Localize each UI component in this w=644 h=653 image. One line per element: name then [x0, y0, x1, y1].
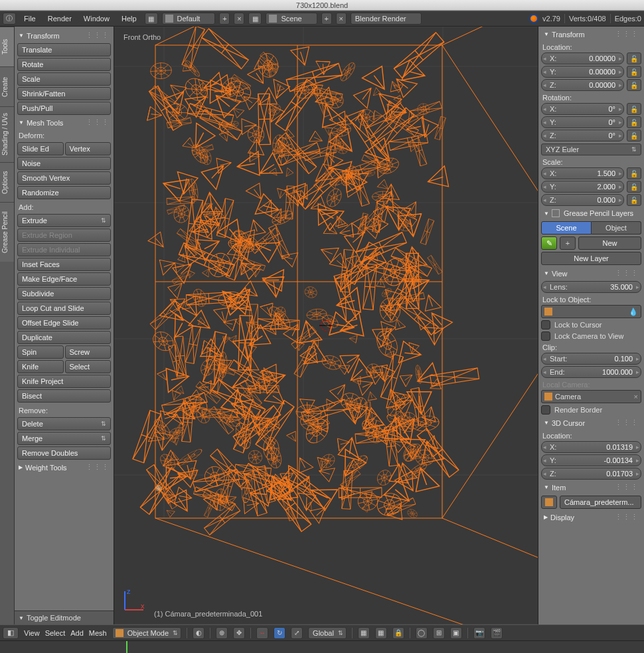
gp-add-icon[interactable]: + [560, 236, 576, 250]
randomize-button[interactable]: Randomize [17, 186, 111, 199]
vtab-tools[interactable]: Tools [0, 27, 14, 66]
local-camera-field[interactable]: Camera× [541, 390, 641, 403]
clip-end-field[interactable]: End:1000.000 [541, 366, 641, 378]
vtab-create[interactable]: Create [0, 66, 14, 106]
scale-x-field[interactable]: X:1.500 [541, 167, 624, 179]
layers-icon[interactable]: ▦ [358, 627, 370, 639]
smooth-vertex-button[interactable]: Smooth Vertex [17, 171, 111, 185]
push-pull-button[interactable]: Push/Pull [17, 102, 111, 115]
snap-element-icon[interactable]: ⊞ [433, 627, 445, 639]
transform-orientation-dropdown[interactable]: Global [308, 627, 347, 639]
timeline-playhead[interactable] [126, 641, 127, 653]
rotate-button[interactable]: Rotate [17, 58, 111, 71]
vtab-shading-uvs[interactable]: Shading / UVs [0, 106, 14, 162]
panel-view[interactable]: ▼View⋮⋮⋮ [541, 267, 641, 280]
panel-item[interactable]: ▼Item⋮⋮⋮ [541, 481, 641, 494]
panel-transform-n[interactable]: ▼Transform⋮⋮⋮ [541, 28, 641, 41]
inset-faces-button[interactable]: Inset Faces [17, 258, 111, 271]
rot-x-field[interactable]: X:0° [541, 103, 624, 115]
make-edge-face-button[interactable]: Make Edge/Face [17, 272, 111, 286]
knife-select-button[interactable]: Select [65, 360, 112, 373]
slide-vertex-button[interactable]: Vertex [65, 142, 112, 155]
loc-x-lock-icon[interactable]: 🔓 [627, 52, 641, 64]
scene-dropdown[interactable]: Scene [266, 13, 317, 25]
operator-panel-header[interactable]: ▼Toggle Editmode [15, 610, 114, 624]
manipulator-translate-icon[interactable]: ↔ [256, 627, 268, 639]
extrude-region-button[interactable]: Extrude Region [17, 229, 111, 242]
layers-2-icon[interactable]: ▦ [375, 627, 387, 639]
pivot-point-icon[interactable]: ⊕ [216, 627, 228, 639]
lens-field[interactable]: Lens:35.000 [541, 281, 641, 293]
bisect-button[interactable]: Bisect [17, 389, 111, 403]
viewport-shading-icon[interactable]: ◐ [193, 627, 204, 639]
loc-x-field[interactable]: X:0.00000 [541, 52, 624, 64]
panel-grease-pencil[interactable]: ▼Grease Pencil Layers [541, 207, 641, 219]
vtab-options[interactable]: Options [0, 162, 14, 202]
scene-remove-button[interactable]: × [336, 13, 347, 25]
vh-menu-mesh[interactable]: Mesh [89, 629, 107, 637]
scale-x-lock-icon[interactable]: 🔓 [627, 167, 641, 179]
loc-y-lock-icon[interactable]: 🔓 [627, 66, 641, 78]
rot-x-lock-icon[interactable]: 🔓 [627, 103, 641, 115]
rot-y-lock-icon[interactable]: 🔓 [627, 116, 641, 128]
loc-z-field[interactable]: Z:0.00000 [541, 79, 624, 91]
translate-button[interactable]: Translate [17, 43, 111, 56]
3d-viewport[interactable]: Front Ortho [114, 27, 538, 624]
screen-browse-icon[interactable]: ▦ [145, 13, 158, 25]
clip-start-field[interactable]: Start:0.100 [541, 353, 641, 365]
cursor-x-field[interactable]: X:0.01319 [541, 441, 641, 453]
camera-clear-icon[interactable]: × [634, 393, 638, 401]
subdivide-button[interactable]: Subdivide [17, 287, 111, 300]
offset-edge-slide-button[interactable]: Offset Edge Slide [17, 316, 111, 329]
scene-browse-icon[interactable]: ▦ [248, 13, 262, 25]
menu-file[interactable]: File [20, 15, 40, 23]
spin-button[interactable]: Spin [17, 345, 64, 359]
knife-project-button[interactable]: Knife Project [17, 375, 111, 388]
mode-dropdown[interactable]: Object Mode [112, 627, 181, 639]
gp-new-layer-button[interactable]: New Layer [541, 252, 641, 265]
scale-y-lock-icon[interactable]: 🔓 [627, 181, 641, 193]
snap-toggle-icon[interactable]: ◯ [416, 627, 428, 639]
menu-help[interactable]: Help [118, 15, 141, 23]
render-engine-dropdown[interactable]: Blender Render [351, 13, 422, 25]
noise-button[interactable]: Noise [17, 157, 111, 170]
screen-layout-dropdown[interactable]: Default [162, 13, 216, 25]
slide-edge-button[interactable]: Slide Ed [17, 142, 64, 155]
manipulator-scale-icon[interactable]: ⤢ [291, 627, 303, 639]
editor-type-info-icon[interactable]: ⓘ [3, 13, 16, 25]
gp-checkbox-icon[interactable] [552, 209, 560, 217]
rot-y-field[interactable]: Y:0° [541, 116, 624, 128]
gp-tab-scene[interactable]: Scene [541, 221, 592, 234]
extrude-individual-button[interactable]: Extrude Individual [17, 243, 111, 256]
gp-new-button[interactable]: New [578, 236, 641, 250]
lock-camera-checkbox[interactable] [541, 331, 550, 341]
manipulator-toggle-icon[interactable]: ✥ [233, 627, 245, 639]
merge-dropdown[interactable]: Merge [17, 432, 111, 445]
lock-cursor-checkbox[interactable] [541, 320, 550, 329]
panel-display[interactable]: ▶Display⋮⋮⋮ [541, 511, 641, 523]
timeline[interactable] [0, 640, 644, 653]
loc-y-field[interactable]: Y:0.00000 [541, 66, 624, 78]
vh-menu-view[interactable]: View [24, 629, 40, 637]
panel-3d-cursor[interactable]: ▼3D Cursor⋮⋮⋮ [541, 417, 641, 429]
vh-menu-select[interactable]: Select [45, 629, 66, 637]
layout-add-button[interactable]: + [219, 13, 230, 25]
knife-button[interactable]: Knife [17, 360, 64, 373]
vh-menu-add[interactable]: Add [70, 629, 84, 637]
menu-window[interactable]: Window [80, 15, 114, 23]
opengl-anim-icon[interactable]: 🎬 [491, 627, 503, 639]
vtab-grease-pencil[interactable]: Grease Pencil [0, 202, 14, 262]
gp-pencil-icon[interactable]: ✎ [541, 236, 557, 250]
scale-z-field[interactable]: Z:0.000 [541, 194, 624, 206]
delete-dropdown[interactable]: Delete [17, 417, 111, 430]
panel-weight-header[interactable]: ▶Weight Tools⋮⋮⋮ [16, 461, 112, 474]
item-name-field[interactable]: Cámara_predeterm... [560, 496, 641, 509]
rot-z-lock-icon[interactable]: 🔓 [627, 130, 641, 141]
manipulator-rotate-icon[interactable]: ↻ [274, 627, 285, 639]
screw-button[interactable]: Screw [65, 345, 112, 359]
scale-button[interactable]: Scale [17, 72, 111, 86]
lock-object-field[interactable]: 💧 [541, 305, 641, 318]
panel-transform-header[interactable]: ▼Transform⋮⋮⋮ [16, 29, 112, 42]
opengl-render-icon[interactable]: 📷 [473, 627, 485, 639]
scale-y-field[interactable]: Y:2.000 [541, 181, 624, 193]
